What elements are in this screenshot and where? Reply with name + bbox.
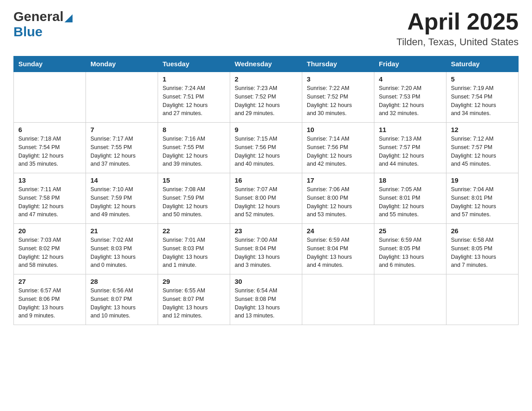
day-number: 8 [163, 126, 225, 133]
calendar-cell: 30Sunrise: 6:54 AM Sunset: 8:08 PM Dayli… [230, 274, 302, 325]
calendar-cell: 2Sunrise: 7:23 AM Sunset: 7:52 PM Daylig… [230, 72, 302, 123]
calendar-table: Sunday Monday Tuesday Wednesday Thursday… [13, 56, 519, 325]
col-sunday: Sunday [14, 56, 86, 72]
day-info: Sunrise: 7:15 AM Sunset: 7:56 PM Dayligh… [235, 135, 297, 168]
calendar-cell: 25Sunrise: 6:59 AM Sunset: 8:05 PM Dayli… [374, 224, 446, 274]
day-number: 4 [379, 75, 442, 83]
day-info: Sunrise: 6:59 AM Sunset: 8:05 PM Dayligh… [379, 236, 442, 270]
col-thursday: Thursday [302, 56, 374, 72]
calendar-cell: 27Sunrise: 6:57 AM Sunset: 8:06 PM Dayli… [14, 274, 86, 325]
day-number: 1 [163, 75, 225, 83]
day-number: 30 [235, 278, 297, 285]
day-info: Sunrise: 6:58 AM Sunset: 8:05 PM Dayligh… [451, 236, 514, 270]
day-info: Sunrise: 7:08 AM Sunset: 7:59 PM Dayligh… [163, 185, 225, 219]
calendar-cell [446, 274, 519, 325]
calendar-week-row: 20Sunrise: 7:03 AM Sunset: 8:02 PM Dayli… [14, 224, 519, 274]
day-info: Sunrise: 7:10 AM Sunset: 7:59 PM Dayligh… [90, 185, 153, 219]
day-number: 29 [163, 278, 225, 285]
calendar-cell: 29Sunrise: 6:55 AM Sunset: 8:07 PM Dayli… [158, 274, 230, 325]
day-number: 5 [451, 75, 514, 83]
day-info: Sunrise: 7:24 AM Sunset: 7:51 PM Dayligh… [163, 84, 225, 118]
day-number: 24 [307, 227, 369, 235]
calendar-week-row: 27Sunrise: 6:57 AM Sunset: 8:06 PM Dayli… [14, 274, 519, 325]
calendar-cell: 1Sunrise: 7:24 AM Sunset: 7:51 PM Daylig… [158, 72, 230, 123]
calendar-cell: 4Sunrise: 7:20 AM Sunset: 7:53 PM Daylig… [374, 72, 446, 123]
calendar-week-row: 13Sunrise: 7:11 AM Sunset: 7:58 PM Dayli… [14, 173, 519, 224]
day-info: Sunrise: 6:55 AM Sunset: 8:07 PM Dayligh… [163, 287, 225, 320]
day-info: Sunrise: 7:04 AM Sunset: 8:01 PM Dayligh… [451, 185, 514, 219]
day-info: Sunrise: 7:16 AM Sunset: 7:55 PM Dayligh… [163, 135, 225, 168]
day-number: 6 [18, 126, 81, 133]
day-info: Sunrise: 6:59 AM Sunset: 8:04 PM Dayligh… [307, 236, 369, 270]
day-number: 21 [90, 227, 153, 235]
day-info: Sunrise: 7:12 AM Sunset: 7:57 PM Dayligh… [451, 135, 514, 168]
day-info: Sunrise: 7:00 AM Sunset: 8:04 PM Dayligh… [235, 236, 297, 270]
calendar-cell: 12Sunrise: 7:12 AM Sunset: 7:57 PM Dayli… [446, 123, 519, 173]
day-number: 20 [18, 227, 81, 235]
calendar-cell [374, 274, 446, 325]
calendar-cell [86, 72, 158, 123]
calendar-week-row: 6Sunrise: 7:18 AM Sunset: 7:54 PM Daylig… [14, 123, 519, 173]
day-number: 9 [235, 126, 297, 133]
day-number: 10 [307, 126, 369, 133]
day-number: 12 [451, 126, 514, 133]
day-info: Sunrise: 7:22 AM Sunset: 7:52 PM Dayligh… [307, 84, 369, 118]
day-info: Sunrise: 7:03 AM Sunset: 8:02 PM Dayligh… [18, 236, 81, 270]
day-info: Sunrise: 7:11 AM Sunset: 7:58 PM Dayligh… [18, 185, 81, 219]
logo-triangle-icon [64, 14, 73, 22]
calendar-cell: 18Sunrise: 7:05 AM Sunset: 8:01 PM Dayli… [374, 173, 446, 224]
calendar-title: April 2025 [396, 9, 519, 34]
calendar-cell: 13Sunrise: 7:11 AM Sunset: 7:58 PM Dayli… [14, 173, 86, 224]
day-number: 14 [90, 176, 153, 184]
day-number: 11 [379, 126, 442, 133]
calendar-cell: 19Sunrise: 7:04 AM Sunset: 8:01 PM Dayli… [446, 173, 519, 224]
calendar-location: Tilden, Texas, United States [396, 36, 519, 48]
day-info: Sunrise: 7:18 AM Sunset: 7:54 PM Dayligh… [18, 135, 81, 168]
day-info: Sunrise: 7:07 AM Sunset: 8:00 PM Dayligh… [235, 185, 297, 219]
calendar-cell: 23Sunrise: 7:00 AM Sunset: 8:04 PM Dayli… [230, 224, 302, 274]
day-info: Sunrise: 6:56 AM Sunset: 8:07 PM Dayligh… [90, 287, 153, 320]
calendar-cell: 24Sunrise: 6:59 AM Sunset: 8:04 PM Dayli… [302, 224, 374, 274]
day-info: Sunrise: 7:01 AM Sunset: 8:03 PM Dayligh… [163, 236, 225, 270]
day-number: 19 [451, 176, 514, 184]
calendar-cell: 9Sunrise: 7:15 AM Sunset: 7:56 PM Daylig… [230, 123, 302, 173]
day-number: 27 [18, 278, 81, 285]
calendar-cell: 28Sunrise: 6:56 AM Sunset: 8:07 PM Dayli… [86, 274, 158, 325]
calendar-cell: 5Sunrise: 7:19 AM Sunset: 7:54 PM Daylig… [446, 72, 519, 123]
day-number: 28 [90, 278, 153, 285]
day-number: 17 [307, 176, 369, 184]
calendar-cell: 10Sunrise: 7:14 AM Sunset: 7:56 PM Dayli… [302, 123, 374, 173]
calendar-cell: 14Sunrise: 7:10 AM Sunset: 7:59 PM Dayli… [86, 173, 158, 224]
calendar-cell: 26Sunrise: 6:58 AM Sunset: 8:05 PM Dayli… [446, 224, 519, 274]
title-block: April 2025 Tilden, Texas, United States [396, 9, 519, 48]
calendar-cell: 22Sunrise: 7:01 AM Sunset: 8:03 PM Dayli… [158, 224, 230, 274]
day-number: 25 [379, 227, 442, 235]
day-info: Sunrise: 7:23 AM Sunset: 7:52 PM Dayligh… [235, 84, 297, 118]
day-info: Sunrise: 7:05 AM Sunset: 8:01 PM Dayligh… [379, 185, 442, 219]
col-friday: Friday [374, 56, 446, 72]
day-info: Sunrise: 6:54 AM Sunset: 8:08 PM Dayligh… [235, 287, 297, 320]
day-number: 18 [379, 176, 442, 184]
day-number: 26 [451, 227, 514, 235]
day-number: 23 [235, 227, 297, 235]
calendar-cell [302, 274, 374, 325]
day-number: 22 [163, 227, 225, 235]
calendar-header-row: Sunday Monday Tuesday Wednesday Thursday… [14, 56, 519, 72]
day-number: 2 [235, 75, 297, 83]
day-number: 15 [163, 176, 225, 184]
logo-blue-text: Blue [13, 24, 43, 39]
day-number: 16 [235, 176, 297, 184]
calendar-cell: 8Sunrise: 7:16 AM Sunset: 7:55 PM Daylig… [158, 123, 230, 173]
page-header: General Blue April 2025 Tilden, Texas, U… [13, 9, 519, 48]
calendar-cell: 15Sunrise: 7:08 AM Sunset: 7:59 PM Dayli… [158, 173, 230, 224]
calendar-cell: 21Sunrise: 7:02 AM Sunset: 8:03 PM Dayli… [86, 224, 158, 274]
col-saturday: Saturday [446, 56, 519, 72]
calendar-cell: 11Sunrise: 7:13 AM Sunset: 7:57 PM Dayli… [374, 123, 446, 173]
day-info: Sunrise: 6:57 AM Sunset: 8:06 PM Dayligh… [18, 287, 81, 320]
calendar-cell: 16Sunrise: 7:07 AM Sunset: 8:00 PM Dayli… [230, 173, 302, 224]
col-tuesday: Tuesday [158, 56, 230, 72]
day-number: 7 [90, 126, 153, 133]
day-number: 3 [307, 75, 369, 83]
logo: General Blue [13, 9, 73, 39]
calendar-cell: 6Sunrise: 7:18 AM Sunset: 7:54 PM Daylig… [14, 123, 86, 173]
